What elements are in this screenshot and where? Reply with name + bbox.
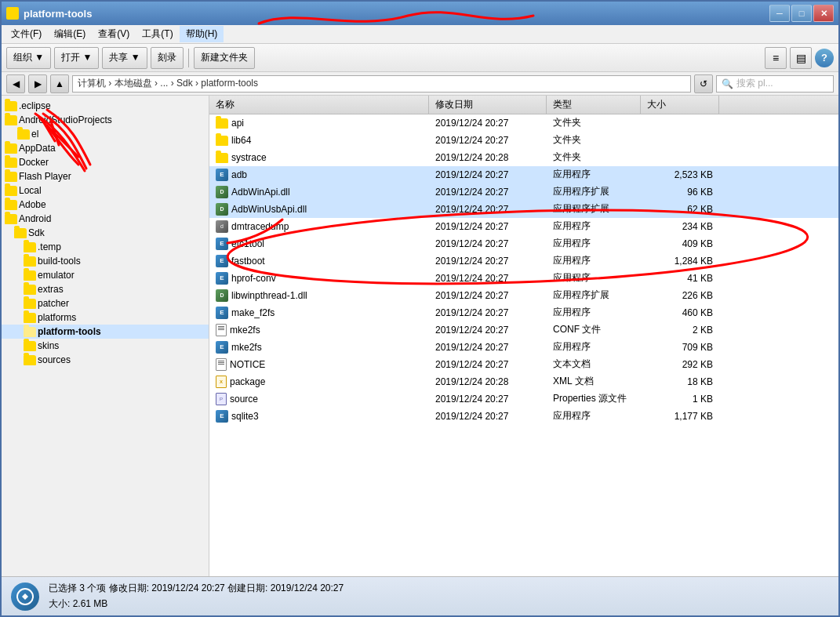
close-button[interactable]: ✕	[813, 5, 834, 22]
file-date-cell: 2019/12/24 20:27	[429, 218, 547, 234]
sidebar-item-docker[interactable]: Docker	[2, 155, 209, 169]
menu-tools[interactable]: 工具(T)	[136, 26, 179, 42]
sidebar-item-extras[interactable]: extras	[2, 282, 209, 296]
sidebar-label: sources	[38, 354, 71, 365]
burn-button[interactable]: 刻录	[151, 47, 184, 69]
table-row[interactable]: E mke2fs 2019/12/24 20:27 应用程序 709 KB	[209, 339, 838, 356]
folder-icon	[216, 118, 228, 129]
table-row[interactable]: D libwinpthread-1.dll 2019/12/24 20:27 应…	[209, 287, 838, 304]
sidebar-label: .temp	[38, 241, 61, 252]
sidebar-item-platforms[interactable]: platforms	[2, 310, 209, 325]
table-row[interactable]: E adb 2019/12/24 20:27 应用程序 2,523 KB	[209, 166, 838, 183]
table-row[interactable]: D AdbWinUsbApi.dll 2019/12/24 20:27 应用程序…	[209, 201, 838, 218]
exe-icon: E	[216, 169, 228, 181]
file-size-cell: 41 KB	[641, 270, 719, 286]
column-date-header[interactable]: 修改日期	[429, 96, 547, 114]
column-type-header[interactable]: 类型	[547, 96, 641, 114]
column-name-header[interactable]: 名称	[209, 96, 429, 114]
minimize-button[interactable]: ─	[769, 5, 790, 22]
sidebar-item-patcher[interactable]: patcher	[2, 296, 209, 310]
sidebar-item-flashplayer[interactable]: Flash Player	[2, 169, 209, 183]
help-button[interactable]: ?	[815, 49, 834, 67]
file-name: lib64	[231, 135, 251, 146]
main-content: .eclipse AndroidStudioProjects el AppDat…	[2, 96, 838, 576]
title-bar-left: platform-tools	[6, 7, 92, 20]
file-date-cell: 2019/12/24 20:27	[429, 339, 547, 355]
open-button[interactable]: 打开 ▼	[54, 47, 99, 69]
table-row[interactable]: NOTICE 2019/12/24 20:27 文本文档 292 KB	[209, 356, 838, 373]
sidebar-item-buildtools[interactable]: build-tools	[2, 254, 209, 268]
file-size-cell: 709 KB	[641, 339, 719, 355]
folder-icon	[17, 129, 30, 140]
folder-icon	[216, 153, 228, 163]
sidebar: .eclipse AndroidStudioProjects el AppDat…	[2, 96, 209, 576]
sidebar-item-sources[interactable]: sources	[2, 353, 209, 367]
address-input[interactable]: 计算机 › 本地磁盘 › ... › Sdk › platform-tools	[72, 75, 691, 93]
sidebar-label: build-tools	[38, 256, 81, 267]
table-row[interactable]: E fastboot 2019/12/24 20:27 应用程序 1,284 K…	[209, 252, 838, 270]
file-name-cell: D AdbWinApi.dll	[209, 183, 429, 200]
title-bar-buttons: ─ □ ✕	[769, 5, 834, 22]
file-name-cell: E hprof-conv	[209, 270, 429, 286]
sidebar-label: platforms	[38, 312, 76, 323]
sidebar-item-appdata[interactable]: AppData	[2, 141, 209, 155]
organize-button[interactable]: 组织 ▼	[6, 47, 51, 69]
sidebar-item-androidstudio[interactable]: AndroidStudioProjects	[2, 113, 209, 127]
sidebar-item-el[interactable]: el	[2, 127, 209, 141]
sidebar-item-android[interactable]: Android	[2, 212, 209, 226]
table-row[interactable]: E etc1tool 2019/12/24 20:27 应用程序 409 KB	[209, 235, 838, 252]
view-toggle-button[interactable]: ≡	[765, 47, 787, 69]
maximize-button[interactable]: □	[791, 5, 812, 22]
sidebar-item-platform-tools[interactable]: platform-tools	[2, 325, 209, 339]
sidebar-label: Docker	[19, 157, 49, 168]
file-size-cell	[641, 114, 719, 131]
sidebar-item-emulator[interactable]: emulator	[2, 268, 209, 282]
file-size-cell: 96 KB	[641, 183, 719, 200]
sidebar-item-skins[interactable]: skins	[2, 339, 209, 353]
file-date-cell: 2019/12/24 20:27	[429, 114, 547, 131]
refresh-button[interactable]: ↺	[694, 74, 713, 93]
menu-file[interactable]: 文件(F)	[5, 26, 48, 42]
menu-help[interactable]: 帮助(H)	[180, 26, 224, 42]
sidebar-item-local[interactable]: Local	[2, 183, 209, 198]
table-row[interactable]: d dmtracedump 2019/12/24 20:27 应用程序 234 …	[209, 218, 838, 235]
table-row[interactable]: api 2019/12/24 20:27 文件夹	[209, 114, 838, 132]
search-box[interactable]: 🔍 搜索 pl...	[716, 75, 834, 93]
sidebar-label: AppData	[19, 143, 56, 154]
file-name: AdbWinUsbApi.dll	[231, 204, 307, 215]
sidebar-item-adobe[interactable]: Adobe	[2, 198, 209, 212]
file-date-cell: 2019/12/24 20:27	[429, 183, 547, 200]
folder-icon	[5, 214, 17, 224]
toolbar-separator	[188, 49, 189, 67]
sidebar-item-temp[interactable]: .temp	[2, 240, 209, 254]
column-size-header[interactable]: 大小	[641, 96, 719, 114]
table-row[interactable]: lib64 2019/12/24 20:27 文件夹	[209, 132, 838, 149]
share-button[interactable]: 共享 ▼	[102, 47, 147, 69]
table-row[interactable]: systrace 2019/12/24 20:28 文件夹	[209, 149, 838, 166]
table-row[interactable]: D AdbWinApi.dll 2019/12/24 20:27 应用程序扩展 …	[209, 183, 838, 201]
up-button[interactable]: ▲	[50, 74, 69, 93]
view-list-button[interactable]: ▤	[790, 47, 812, 69]
table-row[interactable]: E make_f2fs 2019/12/24 20:27 应用程序 460 KB	[209, 304, 838, 321]
file-type-cell: 应用程序扩展	[547, 287, 641, 303]
table-row[interactable]: mke2fs 2019/12/24 20:27 CONF 文件 2 KB	[209, 321, 838, 339]
file-name-cell: E adb	[209, 166, 429, 183]
table-row[interactable]: E sqlite3 2019/12/24 20:27 应用程序 1,177 KB	[209, 408, 838, 425]
table-row[interactable]: E hprof-conv 2019/12/24 20:27 应用程序 41 KB	[209, 270, 838, 287]
menu-view[interactable]: 查看(V)	[92, 26, 136, 42]
file-name: AdbWinApi.dll	[231, 187, 290, 198]
table-row[interactable]: X package 2019/12/24 20:28 XML 文档 18 KB	[209, 373, 838, 390]
file-name: systrace	[231, 152, 267, 163]
file-type-cell: 应用程序	[547, 218, 641, 234]
sidebar-item-eclipse[interactable]: .eclipse	[2, 99, 209, 113]
table-row[interactable]: P source 2019/12/24 20:27 Properties 源文件…	[209, 390, 838, 408]
forward-button[interactable]: ▶	[28, 74, 47, 93]
folder-icon	[24, 355, 36, 365]
back-button[interactable]: ◀	[6, 74, 25, 93]
new-folder-button[interactable]: 新建文件夹	[194, 47, 255, 69]
status-icon	[11, 583, 39, 611]
sidebar-item-sdk[interactable]: Sdk	[2, 226, 209, 240]
file-size-cell: 2 KB	[641, 321, 719, 338]
menu-edit[interactable]: 编辑(E)	[48, 26, 92, 42]
file-size-cell: 62 KB	[641, 201, 719, 217]
